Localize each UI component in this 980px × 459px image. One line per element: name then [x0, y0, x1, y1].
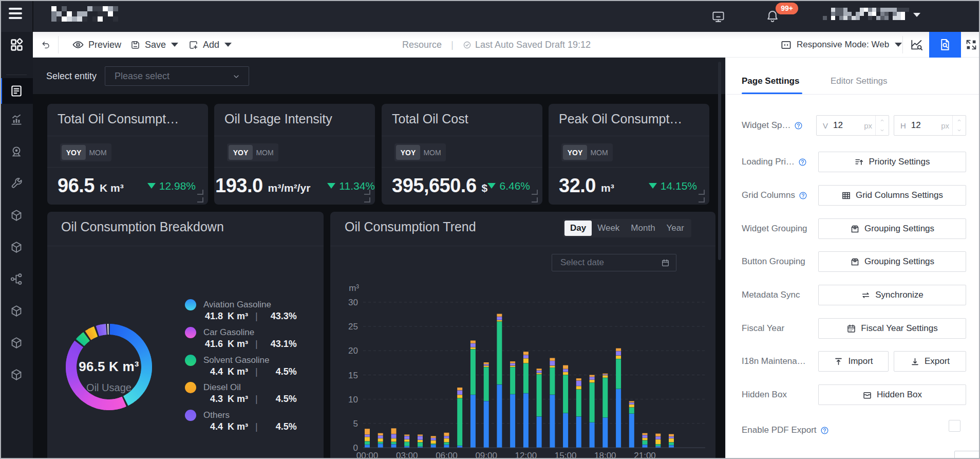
help-question-icon[interactable]	[794, 121, 803, 130]
trend-tab-month[interactable]: Month	[625, 221, 661, 236]
input-prefix: V	[823, 121, 828, 130]
toggle-mom[interactable]: MOM	[86, 145, 110, 160]
breakdown-widget[interactable]: Oil Consumption Breakdown 96.5 K m³ Oil …	[47, 212, 324, 459]
resource-breadcrumb[interactable]: Resource	[402, 40, 442, 50]
sidebar-item-cube-7[interactable]	[0, 298, 33, 324]
toggle-mom[interactable]: MOM	[253, 145, 277, 160]
svg-text:5: 5	[353, 419, 358, 429]
sidebar-item-wrench-3[interactable]	[0, 171, 33, 196]
page-inspect-button-active[interactable]	[929, 32, 961, 58]
toggle-yoy[interactable]: YOY	[229, 145, 253, 160]
kpi-card-2[interactable]: Total Oil Cost YOY MOM 395,650.6 $ 6.46%	[382, 104, 542, 205]
card-divider	[47, 246, 324, 246]
export-button[interactable]: Export	[894, 351, 966, 372]
grouping-box-icon	[850, 224, 860, 234]
resize-grip-icon[interactable]	[197, 190, 203, 195]
kpi-card-1[interactable]: Oil Usage Intensity YOY MOM 193.0 m³/m²/…	[214, 104, 375, 205]
fiscal-year-settings-button[interactable]: Fiscal Year Settings	[818, 318, 966, 339]
hamburger-menu-icon[interactable]	[9, 8, 22, 19]
toggle-yoy[interactable]: YOY	[396, 145, 420, 160]
grid-columns-settings-button[interactable]: Grid Columns Settings	[818, 185, 966, 206]
canvas-scrollbar[interactable]	[718, 62, 721, 260]
tab-editor-settings[interactable]: Editor Settings	[831, 76, 888, 86]
resize-grip-icon[interactable]	[364, 190, 370, 195]
kpi-title: Peak Oil Consumpt…	[559, 112, 682, 126]
trend-tab-year[interactable]: Year	[661, 221, 690, 236]
preview-button[interactable]: Preview	[72, 32, 121, 58]
add-button[interactable]: Add	[188, 32, 232, 58]
kpi-value: 395,650.6	[392, 175, 477, 197]
trend-widget[interactable]: Oil Consumption Trend DayWeekMonthYear S…	[330, 212, 715, 459]
sidebar-item-dashboard[interactable]	[0, 32, 33, 58]
spacing-input-v[interactable]: V 12 px	[816, 115, 889, 136]
help-question-icon[interactable]	[820, 426, 829, 435]
toggle-mom[interactable]: MOM	[587, 145, 611, 160]
hidden-box-button[interactable]: Hidden Box	[818, 384, 966, 405]
pdf-export-checkbox[interactable]	[949, 420, 960, 432]
panel-row-enable-pdf-export: Enable PDF Export	[726, 420, 980, 440]
kpi-value-row: 32.0 m³ 14.15%	[549, 167, 709, 205]
toggle-yoy[interactable]: YOY	[563, 145, 587, 160]
triangle-down-icon	[327, 183, 335, 189]
username-redacted[interactable]	[823, 8, 909, 20]
resize-grip-icon[interactable]	[364, 197, 370, 203]
kpi-card-3[interactable]: Peak Oil Consumpt… YOY MOM 32.0 m³ 14.15…	[549, 104, 709, 205]
import-button[interactable]: Import	[818, 351, 889, 372]
stepper-down-icon[interactable]	[953, 125, 966, 135]
kpi-value: 193.0	[215, 175, 263, 197]
responsive-mode-label: Responsive Mode: Web	[797, 40, 889, 50]
fullscreen-button[interactable]	[963, 32, 980, 58]
date-picker-input[interactable]: Select date	[552, 254, 676, 271]
svg-text:20: 20	[348, 346, 358, 356]
sidebar-item-cube-9[interactable]	[0, 362, 33, 388]
entity-select[interactable]: Please select	[105, 66, 249, 86]
responsive-mode-dropdown[interactable]: Responsive Mode: Web	[780, 32, 902, 58]
toggle-mom[interactable]: MOM	[420, 145, 444, 160]
resize-grip-icon[interactable]	[699, 197, 705, 203]
spacing-input-h[interactable]: H 12 px	[894, 115, 966, 136]
tab-page-settings[interactable]: Page Settings	[742, 76, 799, 86]
kpi-title: Total Oil Consumpt…	[58, 112, 179, 126]
svg-text:06:00: 06:00	[436, 451, 458, 459]
save-button[interactable]: Save	[130, 32, 178, 58]
resize-grip-icon[interactable]	[699, 190, 705, 195]
resize-grip-icon[interactable]	[197, 197, 203, 203]
legend-name: Others	[203, 410, 230, 420]
toolbar-divider	[902, 36, 903, 53]
entity-select-placeholder: Please select	[115, 71, 169, 82]
app-logo-redacted	[46, 6, 118, 22]
resize-grip-icon[interactable]	[532, 197, 538, 203]
stepper-up-icon[interactable]	[876, 116, 889, 125]
sidebar-item-cube-4[interactable]	[0, 203, 33, 228]
stepper-up-icon[interactable]	[953, 116, 966, 125]
help-question-icon[interactable]	[798, 158, 807, 167]
cube-icon	[10, 241, 23, 254]
eye-icon	[72, 39, 84, 51]
help-question-icon[interactable]	[799, 191, 807, 200]
sidebar-item-webcam-2[interactable]	[0, 139, 33, 164]
resize-grip-icon[interactable]	[532, 190, 538, 195]
synchronize-button[interactable]: Synchronize	[818, 285, 966, 305]
kpi-card-0[interactable]: Total Oil Consumpt… YOY MOM 96.5 K m³ 12…	[47, 104, 208, 205]
sidebar-item-document-0[interactable]	[0, 78, 33, 104]
grouping-settings-button[interactable]: Grouping Settings	[818, 251, 966, 272]
trend-tab-day[interactable]: Day	[564, 221, 592, 236]
sidebar-item-network-6[interactable]	[0, 266, 33, 292]
stepper-down-icon[interactable]	[876, 125, 889, 135]
grouping-settings-button[interactable]: Grouping Settings	[818, 218, 966, 239]
toggle-yoy[interactable]: YOY	[62, 145, 86, 160]
trend-tab-week[interactable]: Week	[592, 221, 625, 236]
priority-settings-button[interactable]: Priority Settings	[818, 152, 966, 172]
sidebar-item-cube-8[interactable]	[0, 330, 33, 356]
svg-text:03:00: 03:00	[396, 451, 418, 459]
top-header: 99+	[0, 0, 980, 32]
dashboard-grid-icon	[10, 38, 24, 52]
network-icon	[10, 272, 23, 286]
chart-inspect-button[interactable]	[906, 32, 927, 58]
sidebar-item-chart-1[interactable]	[0, 107, 33, 133]
undo-icon[interactable]	[41, 40, 51, 50]
sidebar-item-cube-5[interactable]	[0, 234, 33, 260]
user-caret-down-icon[interactable]	[913, 13, 920, 17]
monitor-icon[interactable]	[711, 10, 725, 23]
panel-row-fiscal-year: Fiscal Year Fiscal Year Settings	[726, 318, 980, 339]
